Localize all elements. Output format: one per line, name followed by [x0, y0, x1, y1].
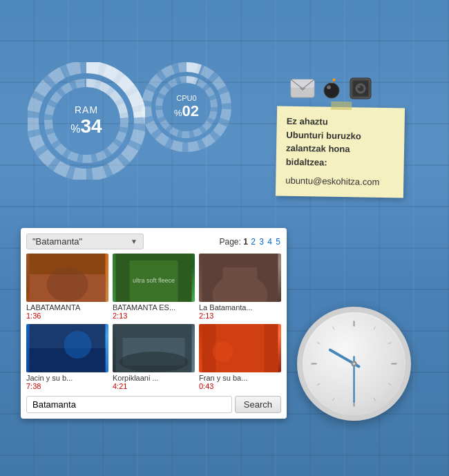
list-item[interactable]: Korpiklaani ... 4:21	[113, 324, 195, 390]
svg-line-32	[333, 398, 335, 401]
bomb-icon[interactable]	[319, 76, 344, 101]
bomb-icon-svg	[321, 78, 342, 99]
svg-point-14	[324, 83, 339, 98]
sticky-line1: Ez ahaztu	[287, 115, 395, 130]
sticky-line2: Ubunturi buruzko	[286, 128, 394, 143]
yt-footer: Search	[26, 396, 281, 413]
svg-rect-13	[291, 79, 314, 88]
page-5-link[interactable]: 5	[276, 237, 280, 247]
video-title: BATAMANTA ES...	[113, 303, 195, 312]
video-thumbnail	[199, 254, 281, 302]
svg-point-52	[64, 331, 92, 359]
mail-icon[interactable]	[290, 76, 315, 101]
yt-header: "Batamanta" ▼ Page: 1 2 3 4 5	[26, 234, 281, 249]
sticky-line3: zalantzak hona	[286, 142, 394, 157]
sticky-line4: bidaltzea:	[286, 155, 394, 170]
page-4-link[interactable]: 4	[267, 237, 272, 247]
cpu-widget: CPU0 %02	[142, 62, 231, 152]
video-duration: 1:36	[26, 312, 108, 320]
youtube-widget: "Batamanta" ▼ Page: 1 2 3 4 5 LABATAMANT…	[21, 228, 287, 419]
svg-line-30	[374, 398, 376, 401]
mail-icon-svg	[290, 79, 315, 98]
sticky-note: Ez ahaztu Ubunturi buruzko zalantzak hon…	[276, 106, 405, 198]
svg-rect-49	[223, 267, 258, 295]
video-title: Jacin y su b...	[26, 374, 108, 382]
list-item[interactable]: Jacin y su b... 7:38	[26, 324, 108, 390]
page-2-link[interactable]: 2	[251, 237, 256, 247]
ram-name: RAM	[70, 104, 102, 115]
video-thumbnail	[26, 324, 108, 372]
clock-face	[297, 307, 411, 421]
video-thumbnail: ultra soft fleece	[113, 254, 195, 302]
video-duration: 2:13	[199, 312, 281, 320]
page-3-link[interactable]: 3	[259, 237, 264, 247]
list-item[interactable]: ultra soft fleece BATAMANTA ES... 2:13	[113, 254, 195, 320]
system-tray	[290, 76, 373, 101]
ram-widget: RAM %34	[28, 62, 145, 180]
svg-point-24	[359, 86, 361, 88]
video-title: La Batamanta...	[199, 303, 281, 312]
svg-point-18	[327, 86, 331, 89]
video-thumbnail	[113, 324, 195, 372]
svg-point-17	[333, 79, 336, 82]
yt-video-grid: LABATAMANTA 1:36 ultra soft fleece BATAM…	[26, 254, 281, 390]
settings-icon-svg	[350, 77, 372, 99]
yt-dropdown-arrow: ▼	[131, 238, 137, 245]
svg-line-29	[388, 383, 391, 385]
clock-svg	[303, 312, 405, 415]
video-thumbnail	[199, 324, 281, 372]
video-duration: 2:13	[113, 312, 195, 320]
video-title: Fran y su ba...	[199, 374, 281, 382]
cpu-label: CPU0 %02	[174, 94, 199, 120]
ram-label: RAM %34	[70, 104, 102, 137]
cpu-value: %02	[174, 102, 199, 120]
sticky-email: ubuntu@eskohitza.com	[285, 174, 394, 189]
ram-value: %34	[70, 115, 102, 137]
cpu-name: CPU0	[174, 94, 199, 102]
video-title: Korpiklaani ...	[113, 374, 195, 382]
list-item[interactable]: Fran y su ba... 0:43	[199, 324, 281, 390]
settings-icon[interactable]	[348, 76, 373, 101]
video-duration: 7:38	[26, 382, 108, 390]
video-title: LABATAMANTA	[26, 303, 108, 312]
video-duration: 4:21	[113, 382, 195, 390]
video-duration: 0:43	[199, 382, 281, 390]
svg-point-58	[213, 341, 233, 362]
search-button[interactable]: Search	[235, 396, 281, 413]
yt-search-term-display[interactable]: "Batamanta" ▼	[26, 234, 144, 249]
svg-line-35	[317, 343, 320, 345]
clock-widget	[297, 307, 411, 421]
svg-line-33	[317, 383, 320, 385]
search-input[interactable]	[26, 396, 232, 413]
svg-line-26	[374, 327, 376, 330]
svg-text:ultra soft fleece: ultra soft fleece	[133, 277, 175, 284]
svg-point-43	[47, 267, 88, 302]
svg-line-36	[333, 327, 335, 330]
list-item[interactable]: La Batamanta... 2:13	[199, 254, 281, 320]
svg-point-55	[120, 352, 189, 372]
svg-line-27	[388, 343, 391, 345]
list-item[interactable]: LABATAMANTA 1:36	[26, 254, 108, 320]
yt-pagination: Page: 1 2 3 4 5	[219, 237, 281, 247]
video-thumbnail	[26, 254, 108, 302]
svg-point-40	[353, 363, 356, 365]
